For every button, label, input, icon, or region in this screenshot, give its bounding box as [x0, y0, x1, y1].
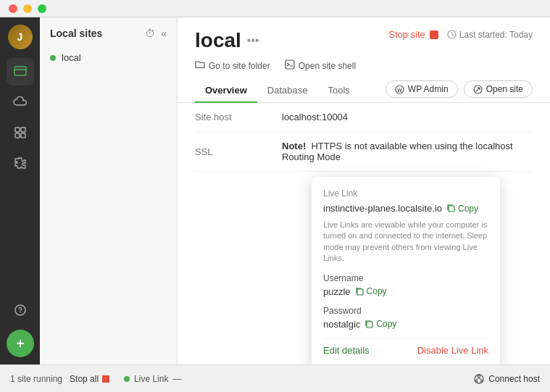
sidebar-header: Local sites ⏱ « [40, 17, 177, 46]
disable-live-link-button[interactable]: Disable Live Link [417, 345, 488, 356]
connect-host-button[interactable]: Connect host [473, 373, 540, 385]
wp-admin-label: WP Admin [408, 84, 449, 94]
folder-icon [195, 59, 205, 72]
terminal-icon [285, 59, 295, 72]
copy-username-button[interactable]: Copy [355, 286, 387, 296]
sites-running-count: 1 site running [10, 374, 62, 384]
svg-rect-19 [357, 289, 363, 295]
popup-title: Live Link [323, 188, 488, 199]
external-link-icon [473, 85, 483, 94]
svg-rect-0 [14, 67, 26, 75]
svg-line-25 [476, 378, 479, 380]
stop-site-square-icon [430, 30, 438, 39]
site-host-value: localhost:10004 [282, 112, 348, 122]
close-button[interactable] [9, 4, 17, 13]
wp-icon: W [395, 85, 404, 94]
clock-icon [447, 30, 457, 39]
stop-all-square-icon [102, 375, 109, 383]
copy-password-label: Copy [376, 319, 396, 329]
popup-url-row: instinctive-planes.localsite.io Copy [323, 203, 488, 214]
open-site-button[interactable]: Open site [464, 80, 533, 98]
help-icon[interactable]: ? [7, 296, 34, 324]
svg-point-24 [475, 380, 478, 382]
add-site-icon[interactable] [7, 330, 34, 357]
copy-password-icon [364, 320, 374, 329]
svg-rect-3 [21, 128, 25, 132]
site-title: local [195, 29, 241, 52]
svg-text:?: ? [17, 306, 22, 314]
stop-all-button[interactable]: Stop all [70, 374, 109, 384]
ssl-value: Note! HTTPS is not available when using … [282, 141, 533, 162]
grid-icon[interactable] [7, 119, 34, 146]
copy-username-label: Copy [367, 286, 387, 296]
go-to-site-folder-label: Go to site folder [209, 61, 270, 71]
puzzle-icon[interactable] [7, 149, 34, 177]
site-running-dot [50, 55, 56, 61]
bottom-bar: 1 site running Stop all Live Link — Conn… [0, 364, 550, 392]
go-to-site-folder-link[interactable]: Go to site folder [195, 59, 270, 72]
local-sites-icon[interactable] [7, 58, 34, 86]
live-link-suffix: — [172, 374, 181, 384]
svg-point-23 [481, 380, 483, 382]
avatar[interactable]: J [8, 25, 33, 49]
stop-site-label: Stop site [388, 29, 425, 40]
cloud-icon[interactable] [7, 88, 34, 116]
title-bar [0, 0, 550, 17]
connect-host-label: Connect host [488, 374, 540, 384]
tab-actions: W WP Admin Open site [386, 80, 533, 102]
sidebar: Local sites ⏱ « local [40, 17, 178, 364]
password-label: Password [323, 306, 488, 316]
open-site-shell-link[interactable]: Open site shell [285, 59, 356, 72]
svg-rect-18 [449, 206, 454, 212]
ssl-note: Note! [282, 141, 306, 151]
last-started-text: Last started: Today [459, 30, 533, 40]
open-site-label: Open site [486, 84, 523, 94]
sidebar-item-local[interactable]: local [40, 46, 177, 69]
username-value: puzzle [323, 286, 351, 297]
copy-username-icon [355, 287, 364, 296]
icon-rail: J [0, 17, 40, 364]
main-content: local ••• Stop site Last started: Today [178, 17, 550, 364]
sidebar-actions: ⏱ « [145, 28, 167, 39]
history-icon[interactable]: ⏱ [145, 28, 155, 39]
copy-url-label: Copy [458, 204, 478, 214]
minimize-button[interactable] [23, 4, 32, 13]
site-title-row: local ••• [195, 29, 259, 52]
live-link-status: Live Link — [124, 374, 181, 384]
svg-rect-2 [15, 128, 20, 132]
more-options-icon[interactable]: ••• [247, 34, 259, 47]
ssl-row: SSL Note! HTTPS is not available when us… [195, 132, 533, 172]
last-started: Last started: Today [447, 30, 533, 40]
stop-all-label: Stop all [70, 374, 99, 384]
copy-password-button[interactable]: Copy [364, 319, 396, 329]
copy-url-icon [446, 204, 456, 213]
site-host-label: Site host [195, 112, 282, 122]
tab-overview[interactable]: Overview [195, 79, 257, 103]
popup-description: Live Links are viewable while your compu… [323, 220, 488, 264]
svg-line-26 [479, 378, 482, 380]
app-container: J [0, 17, 550, 364]
main-header: local ••• Stop site Last started: Today [178, 17, 550, 52]
stop-site-button[interactable]: Stop site [388, 29, 438, 40]
svg-rect-4 [15, 133, 20, 138]
svg-point-22 [478, 375, 480, 378]
ssl-label: SSL [195, 146, 282, 157]
maximize-button[interactable] [38, 4, 46, 13]
tab-tools[interactable]: Tools [317, 79, 359, 103]
svg-text:W: W [397, 88, 402, 93]
site-host-row: Site host localhost:10004 [195, 103, 533, 132]
svg-rect-5 [21, 133, 25, 138]
collapse-icon[interactable]: « [161, 28, 167, 39]
edit-details-link[interactable]: Edit details [323, 345, 370, 356]
connect-host-icon [473, 373, 485, 385]
password-value-row: nostalgic Copy [323, 319, 488, 330]
username-label: Username [323, 273, 488, 283]
password-value: nostalgic [323, 319, 360, 330]
tab-database[interactable]: Database [257, 79, 318, 103]
open-site-shell-label: Open site shell [299, 61, 356, 71]
copy-url-button[interactable]: Copy [446, 204, 478, 214]
popup-url: instinctive-planes.localsite.io [323, 203, 442, 214]
wp-admin-button[interactable]: W WP Admin [386, 80, 458, 98]
svg-rect-20 [367, 322, 372, 328]
info-table: Site host localhost:10004 SSL Note! HTTP… [178, 103, 550, 172]
